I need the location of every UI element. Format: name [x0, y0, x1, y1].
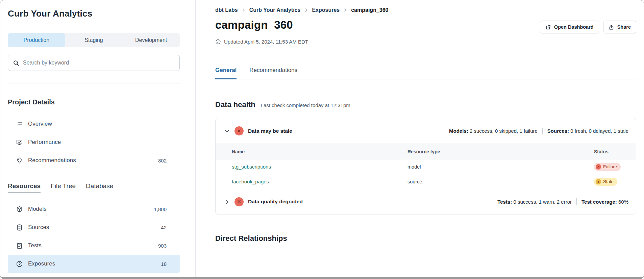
quality-group-row[interactable]: ✕ Data quality degraded Tests: 0 success… [216, 189, 636, 214]
share-icon [609, 24, 614, 30]
search-icon [13, 60, 19, 66]
project-sidebar: Curb Your Analytics Production Staging D… [0, 0, 196, 277]
column-name: Name [232, 149, 407, 154]
resource-type: source [407, 179, 594, 184]
sidebar-item-label: Overview [28, 121, 167, 127]
chevron-right-icon[interactable] [224, 199, 230, 205]
tab-file-tree[interactable]: File Tree [51, 182, 76, 193]
gauge-icon [16, 260, 23, 268]
external-link-icon [545, 24, 551, 30]
stale-group-row[interactable]: ✕ Data may be stale Models: 2 success, 0… [216, 118, 636, 144]
clipboard-check-icon [16, 242, 23, 249]
env-tab-staging[interactable]: Staging [65, 33, 123, 47]
tab-general[interactable]: General [215, 67, 237, 79]
action-buttons: Open Dashboard Share [540, 21, 636, 33]
project-details-heading: Project Details [8, 98, 180, 106]
tab-recommendations[interactable]: Recommendations [249, 67, 297, 79]
table-row: facebook_pages source ! Stale [216, 174, 636, 189]
tests-count: 903 [158, 243, 167, 249]
data-health-card: ✕ Data may be stale Models: 2 success, 0… [215, 118, 636, 214]
error-x-circle-icon: ✕ [234, 197, 244, 206]
quality-group-title: Data quality degraded [248, 199, 493, 205]
sidebar-divider [8, 83, 180, 83]
breadcrumb-project[interactable]: Curb Your Analytics [249, 7, 301, 13]
stat-divider [542, 128, 543, 134]
breadcrumb-current: campaign_360 [351, 7, 388, 13]
env-tab-production[interactable]: Production [8, 33, 65, 47]
resource-type: model [407, 164, 594, 170]
tab-database[interactable]: Database [86, 182, 113, 193]
share-label: Share [617, 24, 631, 30]
sidebar-item-label: Tests [28, 242, 153, 249]
cube-icon [16, 206, 23, 213]
sidebar-item-label: Performance [28, 139, 167, 146]
resource-view-tabs: Resources File Tree Database [8, 182, 180, 193]
sidebar-item-recommendations[interactable]: Recommendations 802 [8, 151, 180, 170]
chevron-right-icon [241, 8, 246, 12]
project-title: Curb Your Analytics [8, 8, 180, 19]
database-icon [16, 224, 23, 231]
column-resource-type: Resource type [407, 149, 594, 154]
share-button[interactable]: Share [603, 21, 636, 33]
sidebar-item-models[interactable]: Models 1,800 [8, 200, 180, 218]
status-badge: ! Stale [594, 178, 617, 186]
error-x-circle-icon: ✕ [234, 126, 244, 135]
resource-link-stg-subscriptions[interactable]: stg_subscriptions [232, 164, 271, 170]
sidebar-item-performance[interactable]: Performance [8, 133, 180, 151]
stale-group-title: Data may be stale [248, 128, 445, 134]
list-icon [16, 121, 23, 128]
health-table-header: Name Resource type Status [216, 144, 636, 159]
data-health-header: Data health Last check completed today a… [215, 100, 636, 109]
sidebar-item-overview[interactable]: Overview [8, 115, 180, 133]
open-dashboard-label: Open Dashboard [554, 24, 594, 30]
chevron-down-icon[interactable] [224, 128, 230, 134]
updated-text: Updated April 5, 2024, 11:53 AM EDT [224, 39, 308, 45]
project-details-nav: Overview Performance [8, 115, 180, 170]
breadcrumb-exposures[interactable]: Exposures [312, 7, 340, 13]
chevron-right-icon [343, 8, 348, 12]
sidebar-item-label: Exposures [28, 260, 156, 267]
models-count: 1,800 [154, 206, 167, 212]
sidebar-item-label: Sources [28, 224, 156, 231]
warning-circle-icon: ! [596, 179, 601, 184]
tests-stat: Tests: 0 success, 1 warn, 2 error [497, 199, 572, 205]
sidebar-item-sources[interactable]: Sources 42 [8, 218, 180, 236]
performance-icon [16, 139, 23, 146]
breadcrumb-dbt-labs[interactable]: dbt Labs [215, 7, 238, 13]
data-health-title: Data health [215, 100, 255, 109]
updated-timestamp: Updated April 5, 2024, 11:53 AM EDT [215, 39, 636, 45]
table-row: stg_subscriptions model ✕ Failure [216, 159, 636, 174]
title-row: campaign_360 Open Dashboard [215, 19, 636, 33]
clock-icon [215, 39, 221, 45]
chevron-right-icon [304, 8, 308, 12]
resource-link-facebook-pages[interactable]: facebook_pages [232, 179, 269, 184]
error-x-circle-icon: ✕ [596, 164, 601, 170]
last-check-text: Last check completed today at 12:31pm [261, 102, 350, 108]
tab-resources[interactable]: Resources [8, 182, 41, 193]
test-coverage-stat: Test coverage: 60% [581, 199, 628, 205]
search-input[interactable] [23, 60, 175, 66]
sources-stat: Sources: 0 fresh, 0 delayed, 1 stale [547, 128, 628, 134]
breadcrumb: dbt Labs Curb Your Analytics Exposures c… [215, 7, 636, 13]
recommendations-count: 802 [158, 158, 167, 163]
resources-nav: Models 1,800 Sources 42 [8, 200, 180, 273]
stat-divider [576, 198, 577, 205]
sources-count: 42 [161, 225, 167, 230]
sidebar-search[interactable] [8, 55, 180, 71]
main-content: dbt Labs Curb Your Analytics Exposures c… [196, 0, 644, 277]
exposures-count: 18 [161, 261, 167, 267]
sidebar-item-label: Models [28, 206, 149, 212]
quality-group-stats: Tests: 0 success, 1 warn, 2 error Test c… [497, 198, 628, 205]
detail-tabs: General Recommendations [215, 67, 636, 79]
lightbulb-icon [16, 157, 23, 164]
direct-relationships-title: Direct Relationships [215, 234, 636, 243]
sidebar-item-exposures[interactable]: Exposures 18 [8, 255, 180, 273]
sidebar-item-tests[interactable]: Tests 903 [8, 236, 180, 255]
sidebar-item-label: Recommendations [28, 157, 153, 164]
page-title: campaign_360 [215, 19, 540, 31]
environment-switcher: Production Staging Development [8, 33, 180, 47]
status-badge: ✕ Failure [594, 163, 621, 171]
env-tab-development[interactable]: Development [122, 33, 180, 47]
open-dashboard-button[interactable]: Open Dashboard [540, 21, 599, 33]
stale-group-stats: Models: 2 success, 0 skipped, 1 failure … [449, 128, 628, 134]
